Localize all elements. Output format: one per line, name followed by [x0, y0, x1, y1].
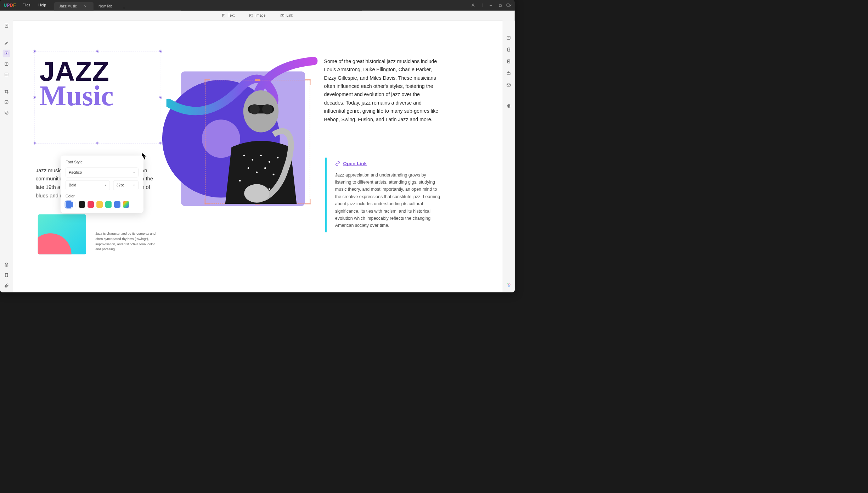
svg-point-24	[264, 167, 266, 169]
svg-point-29	[269, 188, 270, 190]
ocr-icon[interactable]	[3, 99, 10, 106]
svg-point-33	[508, 49, 509, 50]
svg-point-41	[509, 284, 510, 285]
color-swatch-yellow[interactable]	[96, 201, 103, 208]
crop-icon[interactable]	[3, 88, 10, 95]
tool-link[interactable]: Link	[280, 13, 293, 18]
link-callout: Open Link Jazz appreciation and understa…	[325, 158, 443, 232]
tab-label: New Tab	[98, 4, 112, 9]
maximize-icon[interactable]: ▢	[499, 3, 502, 7]
font-weight-select[interactable]: Bold ▼	[66, 180, 110, 190]
edit-text-icon[interactable]	[3, 50, 10, 57]
text-selection-box[interactable]: JAZZ Music	[34, 51, 161, 144]
layers-icon[interactable]	[3, 261, 10, 268]
svg-point-22	[248, 167, 249, 169]
form-icon[interactable]	[3, 60, 10, 68]
svg-point-21	[277, 157, 279, 158]
tab-new[interactable]: New Tab	[94, 2, 119, 11]
document-icon[interactable]	[505, 46, 512, 53]
search-icon[interactable]	[506, 2, 511, 8]
add-tab-button[interactable]: +	[119, 6, 129, 11]
mail-icon[interactable]	[505, 82, 512, 88]
highlighter-icon[interactable]	[3, 39, 10, 46]
svg-point-25	[273, 174, 275, 175]
color-swatch-blue[interactable]	[66, 201, 72, 208]
app-window: UPDF Files Help Jazz Music ✕ New Tab + ─…	[0, 0, 515, 292]
svg-point-42	[508, 285, 509, 287]
right-paragraph[interactable]: Some of the great historical jazz musici…	[324, 57, 441, 123]
minimize-icon[interactable]: ─	[490, 4, 492, 7]
sparkle-icon[interactable]	[505, 282, 512, 288]
print-icon[interactable]	[505, 102, 512, 109]
svg-point-17	[243, 155, 245, 156]
titlebar: UPDF Files Help Jazz Music ✕ New Tab + ─…	[0, 0, 515, 11]
link-description[interactable]: Jazz appreciation and understanding grow…	[335, 171, 443, 229]
main-menu: Files Help	[22, 3, 46, 7]
crop-handle[interactable]	[205, 199, 210, 204]
bookmark-icon[interactable]	[3, 271, 10, 279]
image-thumbnail[interactable]	[38, 214, 86, 254]
svg-rect-38	[508, 105, 509, 106]
link-icon	[335, 161, 340, 166]
edit-toolbar: Text Image Link	[0, 11, 515, 21]
color-swatch-custom[interactable]	[123, 201, 129, 208]
close-icon[interactable]: ✕	[84, 4, 87, 8]
left-sidebar	[0, 21, 13, 292]
svg-rect-2	[250, 14, 253, 17]
resize-handle[interactable]	[160, 142, 162, 144]
color-swatches	[66, 201, 139, 208]
document-canvas[interactable]: JAZZ Music Jazz music has its roots in t…	[13, 21, 503, 292]
page-layout-icon[interactable]	[3, 71, 10, 78]
crop-handle[interactable]	[255, 79, 260, 81]
resize-handle[interactable]	[96, 50, 99, 52]
page-icon[interactable]	[3, 22, 10, 29]
svg-point-19	[260, 155, 262, 156]
resize-handle[interactable]	[33, 96, 36, 99]
color-swatch-blue2[interactable]	[114, 201, 120, 208]
color-swatch-teal[interactable]	[105, 201, 112, 208]
resize-handle[interactable]	[160, 96, 162, 99]
attachment-icon[interactable]	[3, 282, 10, 289]
share-icon[interactable]	[505, 70, 512, 77]
menu-files[interactable]: Files	[22, 3, 30, 7]
app-logo: UPDF	[4, 3, 16, 8]
svg-rect-9	[5, 73, 8, 76]
color-swatch-black[interactable]	[79, 201, 85, 208]
svg-point-0	[473, 4, 474, 5]
person-photo[interactable]	[215, 84, 307, 204]
save-icon[interactable]	[505, 58, 512, 65]
svg-point-20	[269, 161, 270, 163]
svg-point-26	[239, 180, 241, 182]
svg-point-16	[262, 104, 272, 114]
svg-point-5	[506, 4, 509, 7]
user-icon[interactable]	[471, 3, 475, 7]
svg-rect-32	[507, 48, 510, 51]
svg-point-40	[507, 284, 508, 285]
right-toolbar	[502, 21, 514, 292]
color-swatch-red[interactable]	[88, 201, 94, 208]
resize-handle[interactable]	[33, 50, 36, 52]
crop-handle[interactable]	[205, 79, 210, 85]
svg-point-15	[249, 104, 259, 114]
svg-point-30	[244, 184, 269, 202]
resize-handle[interactable]	[96, 142, 99, 144]
menu-help[interactable]: Help	[38, 3, 46, 7]
tab-jazz-music[interactable]: Jazz Music ✕	[54, 2, 94, 11]
tool-text[interactable]: Text	[222, 13, 235, 18]
svg-rect-11	[5, 111, 7, 113]
hero-illustration	[169, 57, 316, 208]
export-icon[interactable]	[505, 34, 512, 41]
font-style-panel: Font Style Pacifico ▼ Bold ▼ 32pt ▼ Colo…	[61, 156, 143, 213]
chevron-down-icon: ▼	[133, 171, 135, 174]
open-link[interactable]: Open Link	[343, 161, 367, 166]
font-family-select[interactable]: Pacifico ▼	[66, 168, 139, 178]
convert-icon[interactable]	[3, 109, 10, 116]
tool-image[interactable]: Image	[249, 13, 266, 18]
svg-point-18	[252, 159, 253, 161]
color-label: Color	[66, 194, 139, 198]
resize-handle[interactable]	[160, 50, 162, 52]
resize-handle[interactable]	[33, 142, 36, 144]
title-text-music[interactable]: Music	[39, 83, 156, 108]
font-size-select[interactable]: 32pt ▼	[113, 180, 139, 190]
image-caption[interactable]: Jazz is characterized by its complex and…	[95, 231, 156, 252]
